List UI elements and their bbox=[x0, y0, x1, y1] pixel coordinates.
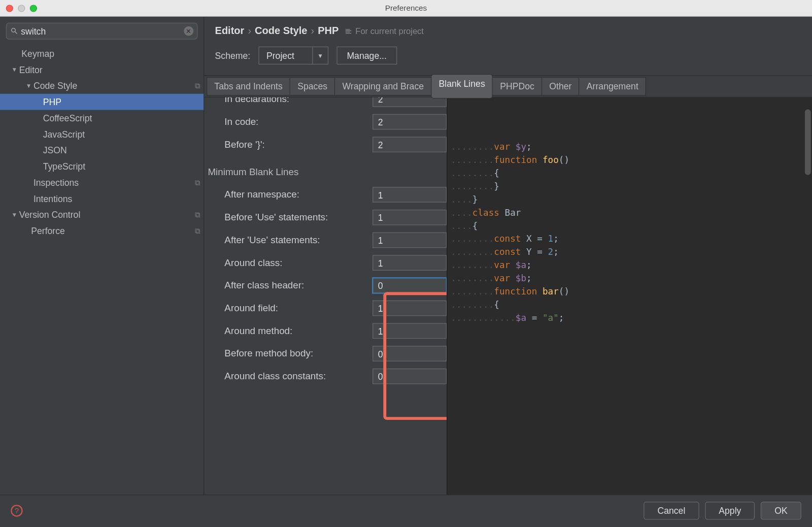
scope-text: For current project bbox=[355, 26, 424, 36]
tab-other[interactable]: Other bbox=[542, 77, 580, 95]
tree-item-json[interactable]: JSON bbox=[0, 142, 204, 158]
tabs: Tabs and Indents Spaces Wrapping and Bra… bbox=[204, 75, 812, 97]
row-around-field: Around field: bbox=[204, 297, 447, 320]
manage-scheme-button[interactable]: Manage... bbox=[336, 47, 396, 64]
tree-item-php[interactable]: PHP bbox=[0, 94, 204, 110]
scheme-label: Scheme: bbox=[215, 50, 251, 60]
label: After namespace: bbox=[224, 189, 373, 200]
label: Minimum Blank Lines bbox=[208, 167, 298, 177]
around-class-constants-input[interactable] bbox=[373, 369, 447, 384]
around-method-input[interactable] bbox=[373, 323, 447, 339]
tree-item-javascript[interactable]: JavaScript bbox=[0, 126, 204, 142]
tab-tabs-indents[interactable]: Tabs and Indents bbox=[207, 77, 290, 95]
row-after-use: After 'Use' statements: bbox=[204, 229, 447, 252]
scope-icon: ⧉ bbox=[195, 210, 200, 220]
tab-phpdoc[interactable]: PHPDoc bbox=[493, 77, 542, 95]
tree-item-version-control[interactable]: ▼Version Control⧉ bbox=[0, 207, 204, 223]
label: In declarations: bbox=[224, 97, 373, 105]
label: CoffeeScript bbox=[43, 113, 92, 123]
titlebar: Preferences bbox=[0, 0, 812, 17]
breadcrumb: Editor› Code Style› PHP For current proj… bbox=[204, 17, 812, 41]
row-after-namespace: After namespace: bbox=[204, 183, 447, 206]
chevron-down-icon: ▼ bbox=[11, 211, 18, 218]
crumb-php: PHP bbox=[318, 25, 339, 37]
tab-arrangement[interactable]: Arrangement bbox=[580, 77, 646, 95]
label: JavaScript bbox=[43, 129, 85, 139]
around-field-input[interactable] bbox=[373, 301, 447, 316]
label: Editor bbox=[19, 64, 43, 75]
clear-search-button[interactable]: ✕ bbox=[184, 26, 193, 36]
label: Around method: bbox=[224, 325, 373, 336]
scheme-value: Project bbox=[259, 50, 312, 60]
label: Inspections bbox=[33, 177, 79, 187]
crumb-editor[interactable]: Editor bbox=[215, 25, 245, 37]
ok-button[interactable]: OK bbox=[761, 502, 801, 519]
label: Code Style bbox=[33, 81, 77, 91]
row-around-method: Around method: bbox=[204, 319, 447, 342]
preferences-sidebar: ✕ Keymap ▼Editor ▼Code Style⧉ PHP Coffee… bbox=[0, 17, 204, 495]
after-use-input[interactable] bbox=[373, 233, 447, 248]
in-declarations-input[interactable] bbox=[373, 97, 447, 107]
chevron-down-icon[interactable]: ▼ bbox=[312, 47, 328, 64]
search-input[interactable] bbox=[21, 26, 184, 36]
tab-wrapping[interactable]: Wrapping and Brace bbox=[335, 77, 431, 95]
label: PHP bbox=[43, 97, 61, 107]
label: Intentions bbox=[33, 193, 73, 204]
tree-item-editor[interactable]: ▼Editor bbox=[0, 61, 204, 78]
label: Before '}': bbox=[224, 139, 373, 150]
search-icon bbox=[10, 27, 18, 35]
tab-blank-lines[interactable]: Blank Lines bbox=[431, 74, 493, 98]
scope-icon: ⧉ bbox=[195, 178, 200, 187]
tab-spaces[interactable]: Spaces bbox=[290, 77, 335, 95]
before-brace-input[interactable] bbox=[373, 137, 447, 152]
tree-item-perforce[interactable]: Perforce⧉ bbox=[0, 223, 204, 239]
tree-item-intentions[interactable]: Intentions bbox=[0, 190, 204, 207]
in-code-input[interactable] bbox=[373, 114, 447, 130]
cancel-button[interactable]: Cancel bbox=[644, 502, 699, 519]
label: Keymap bbox=[21, 48, 54, 58]
search-field[interactable]: ✕ bbox=[6, 23, 198, 40]
tree-item-inspections[interactable]: Inspections⧉ bbox=[0, 175, 204, 191]
crumb-code-style[interactable]: Code Style bbox=[255, 25, 307, 37]
after-namespace-input[interactable] bbox=[373, 187, 447, 203]
preferences-content: Editor› Code Style› PHP For current proj… bbox=[204, 17, 812, 495]
dialog-footer: ? Cancel Apply OK bbox=[0, 495, 812, 525]
chevron-down-icon: ▼ bbox=[11, 67, 18, 73]
apply-button[interactable]: Apply bbox=[705, 502, 755, 519]
scope-badge: For current project bbox=[345, 26, 424, 36]
label: Around class: bbox=[224, 257, 373, 268]
window-title: Preferences bbox=[0, 4, 812, 13]
label: In code: bbox=[224, 116, 373, 127]
scope-icon: ⧉ bbox=[195, 226, 200, 236]
chevron-down-icon: ▼ bbox=[25, 82, 32, 89]
after-class-header-input[interactable] bbox=[373, 278, 447, 293]
label: JSON bbox=[43, 145, 67, 155]
label: TypeScript bbox=[43, 161, 85, 172]
tree-item-typescript[interactable]: TypeScript bbox=[0, 158, 204, 175]
label: Around field: bbox=[224, 303, 373, 313]
label: After class header: bbox=[224, 280, 373, 291]
row-around-class-constants: Around class constants: bbox=[204, 365, 447, 388]
row-before-use: Before 'Use' statements: bbox=[204, 206, 447, 229]
row-in-code: In code: bbox=[204, 111, 447, 134]
code-preview: ........var $y;........function foo()...… bbox=[447, 97, 812, 495]
label: Version Control bbox=[19, 210, 81, 220]
before-method-body-input[interactable] bbox=[373, 346, 447, 361]
blank-lines-form: In declarations: In code: Before '}': Mi… bbox=[204, 97, 447, 495]
label: After 'Use' statements: bbox=[224, 235, 373, 245]
row-before-method-body: Before method body: bbox=[204, 342, 447, 365]
tree-item-code-style[interactable]: ▼Code Style⧉ bbox=[0, 78, 204, 94]
scope-icon bbox=[345, 27, 352, 35]
before-use-input[interactable] bbox=[373, 210, 447, 225]
row-around-class: Around class: bbox=[204, 251, 447, 274]
help-button[interactable]: ? bbox=[11, 505, 23, 517]
row-in-declarations: In declarations: bbox=[204, 97, 447, 111]
row-after-class-header: After class header: bbox=[204, 274, 447, 297]
scrollbar-thumb[interactable] bbox=[805, 109, 811, 175]
around-class-input[interactable] bbox=[373, 255, 447, 271]
tree-item-keymap[interactable]: Keymap bbox=[0, 45, 204, 61]
scheme-select[interactable]: Project ▼ bbox=[259, 47, 328, 64]
row-before-brace: Before '}': bbox=[204, 133, 447, 156]
tree-item-coffeescript[interactable]: CoffeeScript bbox=[0, 110, 204, 126]
section-minimum-blank-lines: Minimum Blank Lines bbox=[204, 160, 447, 183]
